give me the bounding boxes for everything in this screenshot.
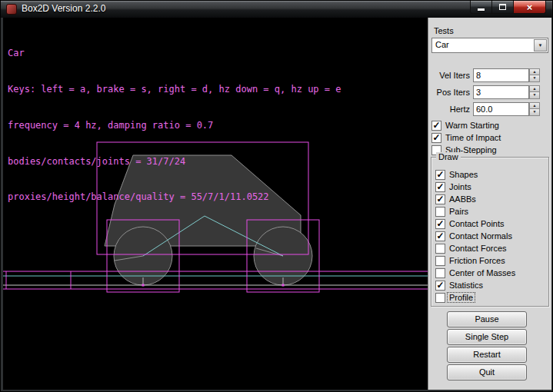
checkbox-box[interactable]: ✓	[435, 170, 445, 180]
checkbox-label: Statistics	[449, 281, 483, 290]
debug-line-proxies: proxies/height/balance/quality = 55/7/1/…	[8, 191, 341, 204]
debug-line-frequency: frequency = 4 hz, damping ratio = 0.7	[8, 120, 341, 132]
chevron-down-icon: ▼	[538, 43, 543, 48]
spinner-up-button[interactable]: ▲	[529, 102, 540, 109]
checkbox-label: Profile	[447, 292, 475, 303]
checkbox-contact-points[interactable]: ✓ Contact Points	[435, 218, 505, 229]
spinner-up-icon: ▲	[533, 86, 537, 91]
maximize-button[interactable]	[492, 1, 513, 14]
checkbox-warm-starting[interactable]: ✓ Warm Starting	[431, 120, 499, 131]
debug-line-title: Car	[8, 48, 341, 60]
checkbox-box[interactable]	[435, 244, 445, 254]
app-icon	[6, 4, 17, 15]
checkbox-joints[interactable]: ✓ Joints	[435, 181, 471, 192]
checkbox-profile[interactable]: Profile	[435, 292, 475, 303]
spinner-down-icon: ▼	[533, 75, 537, 80]
checkbox-box[interactable]	[435, 268, 445, 278]
quit-button[interactable]: Quit	[447, 364, 527, 380]
minimize-icon	[478, 8, 485, 11]
vel-iters-spin-buttons: ▲ ▼	[529, 68, 540, 82]
hertz-input[interactable]	[473, 102, 529, 116]
simulation-canvas[interactable]: Car Keys: left = a, brake = s, right = d…	[3, 18, 428, 390]
checkbox-box[interactable]: ✓	[431, 133, 441, 143]
checkbox-label: Contact Normals	[449, 231, 512, 241]
checkbox-box[interactable]: ✓	[435, 281, 445, 291]
spinner-up-icon: ▲	[533, 103, 537, 108]
vel-iters-spinner: Vel Iters ▲ ▼	[428, 68, 551, 82]
checkbox-box[interactable]: ✓	[435, 231, 445, 241]
checkbox-aabbs[interactable]: ✓ AABBs	[435, 194, 476, 204]
contact-point-right	[282, 284, 285, 287]
checkbox-contact-forces[interactable]: Contact Forces	[435, 243, 507, 254]
single-step-button[interactable]: Single Step	[447, 329, 527, 345]
checkbox-shapes[interactable]: ✓ Shapes	[435, 169, 478, 180]
spinner-up-icon: ▲	[533, 69, 537, 74]
draw-group: Draw ✓ Shapes ✓ Joints ✓ AABBs Pairs ✓ C…	[431, 157, 549, 307]
checkbox-label: Time of Impact	[445, 133, 501, 142]
pause-button[interactable]: Pause	[447, 311, 527, 327]
vel-iters-label: Vel Iters	[428, 71, 470, 80]
tests-label: Tests	[434, 26, 454, 35]
tests-combobox[interactable]: Car ▼	[431, 38, 548, 53]
app-window: Box2D Version 2.2.0 ×	[0, 0, 553, 392]
pos-iters-input[interactable]	[473, 85, 529, 99]
titlebar[interactable]: Box2D Version 2.2.0 ×	[1, 1, 552, 18]
checkbox-friction-forces[interactable]: Friction Forces	[435, 255, 505, 266]
checkbox-box[interactable]: ✓	[435, 194, 445, 204]
window-controls: ×	[470, 1, 546, 14]
spinner-up-button[interactable]: ▲	[529, 68, 540, 75]
vel-iters-input[interactable]	[473, 68, 529, 82]
debug-line-keys: Keys: left = a, brake = s, right = d, hz…	[8, 84, 341, 96]
close-icon: ×	[527, 2, 533, 13]
draw-group-title: Draw	[436, 152, 461, 161]
pos-iters-spin-buttons: ▲ ▼	[529, 85, 540, 99]
spinner-up-button[interactable]: ▲	[529, 85, 540, 92]
checkbox-label: AABBs	[449, 194, 476, 204]
checkbox-box[interactable]	[435, 293, 445, 303]
checkbox-center-of-masses[interactable]: Center of Masses	[435, 267, 515, 278]
hertz-spinner: Hertz ▲ ▼	[428, 102, 551, 116]
minimize-button[interactable]	[470, 1, 492, 14]
spinner-down-button[interactable]: ▼	[529, 92, 540, 99]
checkbox-label: Pairs	[449, 207, 468, 216]
maximize-icon	[499, 4, 506, 10]
tests-dropdown-button[interactable]: ▼	[534, 39, 547, 51]
checkbox-contact-normals[interactable]: ✓ Contact Normals	[435, 231, 512, 241]
checkbox-time-of-impact[interactable]: ✓ Time of Impact	[431, 132, 501, 143]
checkbox-label: Warm Starting	[445, 121, 499, 130]
restart-button[interactable]: Restart	[447, 347, 527, 363]
checkbox-box[interactable]	[435, 256, 445, 266]
debug-text: Car Keys: left = a, brake = s, right = d…	[8, 24, 341, 228]
checkbox-label: Contact Forces	[449, 244, 507, 253]
checkbox-label: Center of Masses	[449, 268, 515, 277]
checkbox-box[interactable]: ✓	[435, 219, 445, 229]
checkbox-label: Joints	[449, 182, 471, 191]
hertz-spin-buttons: ▲ ▼	[529, 102, 540, 116]
checkbox-statistics[interactable]: ✓ Statistics	[435, 280, 483, 291]
pos-iters-spinner: Pos Iters ▲ ▼	[428, 85, 551, 99]
window-title: Box2D Version 2.2.0	[22, 1, 105, 17]
checkbox-label: Shapes	[449, 170, 478, 179]
spinner-down-icon: ▼	[533, 109, 537, 114]
checkbox-box[interactable]	[435, 207, 445, 217]
debug-line-bodies: bodies/contacts/joints = 31/7/24	[8, 156, 341, 168]
hertz-label: Hertz	[428, 105, 470, 114]
checkbox-pairs[interactable]: Pairs	[435, 206, 468, 217]
checkbox-box[interactable]: ✓	[431, 121, 441, 131]
close-button[interactable]: ×	[513, 1, 546, 14]
contact-point-left	[142, 284, 145, 287]
spinner-down-button[interactable]: ▼	[529, 75, 540, 82]
spinner-down-button[interactable]: ▼	[529, 109, 540, 116]
checkbox-box[interactable]: ✓	[435, 182, 445, 192]
pos-iters-label: Pos Iters	[428, 88, 470, 97]
tests-combobox-value: Car	[435, 40, 449, 49]
checkbox-label: Friction Forces	[449, 256, 505, 265]
checkbox-label: Contact Points	[449, 219, 505, 228]
control-panel: Tests Car ▼ Vel Iters ▲ ▼ Pos Iters ▲ ▼	[428, 18, 551, 390]
spinner-down-icon: ▼	[533, 92, 537, 97]
